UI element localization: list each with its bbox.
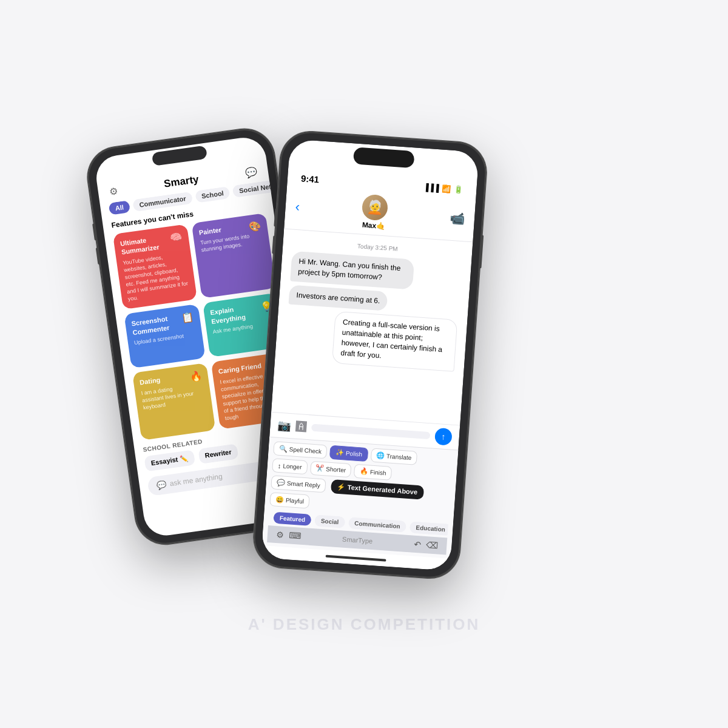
playful-button[interactable]: 😄 Playful (269, 492, 309, 508)
polish-label: Polish (346, 450, 363, 458)
spell-check-button[interactable]: 🔍 Spell Check (273, 441, 328, 459)
finish-label: Finish (370, 468, 386, 476)
chat-icon[interactable]: 💬 (244, 166, 258, 179)
bubble-draft[interactable]: Creating a full-scale version is unattai… (332, 311, 457, 371)
finish-icon: 🔥 (360, 467, 369, 476)
translate-icon: 🌐 (376, 451, 385, 460)
longer-button[interactable]: ↕ Longer (272, 458, 308, 474)
send-button[interactable]: ↑ (434, 428, 453, 446)
summarizer-icon: 🧠 (169, 231, 183, 244)
vol-down-button-right[interactable] (272, 235, 275, 254)
essayist-label: Essayist ✏️ (150, 454, 189, 467)
messages-area: Today 3:25 PM Hi Mr. Wang. Can you finis… (271, 229, 473, 425)
delete-icon[interactable]: ⌫ (426, 540, 439, 550)
gear-icon[interactable]: ⚙ (109, 185, 119, 198)
scene: ⚙ Smarty 💬 All Communicator School Socia… (91, 76, 637, 652)
shorter-button[interactable]: ✂️ Shorter (310, 461, 352, 478)
polish-icon: ✨ (335, 448, 345, 457)
longer-label: Longer (283, 462, 302, 470)
undo-icon[interactable]: ↶ (414, 539, 422, 550)
camera-icon[interactable]: 📷 (277, 419, 291, 433)
status-icons: ▐▐▐ 📶 🔋 (423, 183, 463, 194)
keyboard-left-icons: ⚙ ⌨ (275, 530, 301, 541)
smarty-toolbar: 🔍 Spell Check ✨ Polish 🌐 Translate (262, 437, 459, 559)
spell-label: Spell Check (289, 446, 322, 455)
signal-icon: ▐▐▐ (423, 183, 439, 192)
bubble-received-2: Investors are coming at 6. (288, 285, 388, 311)
cat-communication[interactable]: Communication (348, 517, 407, 533)
polish-button[interactable]: ✨ Polish (329, 445, 368, 462)
tooltip-pill: ⚡ Text Generated Above (331, 479, 424, 500)
tooltip-text: ⚡ Text Generated Above (337, 483, 417, 496)
back-button[interactable]: ‹ (295, 199, 300, 215)
spell-icon: 🔍 (278, 445, 288, 453)
vol-up-button-left[interactable] (92, 223, 97, 240)
smart-reply-label: Smart Reply (287, 480, 321, 489)
video-call-button[interactable]: 📹 (449, 211, 465, 226)
summarizer-desc: YouTube videos, websites, articles, scre… (123, 251, 190, 303)
contact-info[interactable]: 🧑‍🦳 Max🤙 (361, 194, 389, 231)
playful-label: Playful (286, 497, 305, 505)
feature-screenshot[interactable]: 📋 Screenshot Commenter Upload a screensh… (124, 304, 205, 368)
translate-button[interactable]: 🌐 Translate (370, 448, 417, 465)
app-title: Smarty (163, 174, 200, 190)
essayist-tool[interactable]: Essayist ✏️ (144, 450, 195, 471)
smart-reply-icon: 💬 (277, 479, 286, 487)
feature-painter[interactable]: 🎨 Painter Turn your words into stunning … (192, 213, 276, 298)
contact-name: Max🤙 (362, 221, 385, 231)
home-bar (326, 555, 386, 562)
shorter-label: Shorter (326, 465, 346, 473)
power-button-right[interactable] (479, 235, 484, 268)
vol-up-button-right[interactable] (274, 208, 277, 226)
rewriter-label: Rewriter (204, 448, 232, 459)
bubble-received-1: Hi Mr. Wang. Can you finish the project … (290, 251, 414, 290)
right-screen-content: 9:41 ▐▐▐ 📶 🔋 ‹ 🧑‍🦳 Max🤙 (261, 139, 479, 571)
phone-right: 9:41 ▐▐▐ 📶 🔋 ‹ 🧑‍🦳 Max🤙 (252, 130, 488, 580)
longer-icon: ↕ (277, 462, 281, 469)
contact-avatar: 🧑‍🦳 (362, 194, 389, 221)
feature-dating[interactable]: 🔥 Dating I am a dating assistant lives i… (132, 363, 215, 440)
ask-icon: 💬 (156, 480, 167, 490)
cat-featured[interactable]: Featured (273, 512, 311, 526)
watermark: A' DESIGN COMPETITION (248, 615, 480, 634)
keyboard-right-icons: ↶ ⌫ (414, 539, 439, 551)
finish-button[interactable]: 🔥 Finish (354, 464, 392, 480)
avatar-emoji: 🧑‍🦳 (366, 199, 384, 216)
smart-reply-button[interactable]: 💬 Smart Reply (271, 475, 326, 493)
cat-social[interactable]: Social (314, 514, 345, 528)
translate-label: Translate (386, 453, 412, 461)
shorter-icon: ✂️ (315, 464, 325, 473)
ask-placeholder: ask me anything (169, 472, 223, 488)
keyboard-center-label: SmarType (342, 536, 373, 545)
screenshot-icon: 📋 (181, 311, 194, 325)
apple-icon[interactable]: 🅰 (295, 420, 307, 433)
playful-icon: 😄 (275, 496, 285, 504)
feature-summarizer[interactable]: 🧠 Ultimate Summarizer YouTube videos, we… (113, 224, 197, 309)
keyboard-icon[interactable]: ⌨ (288, 530, 301, 541)
message-input[interactable] (311, 424, 430, 440)
tab-all[interactable]: All (109, 200, 131, 215)
battery-icon: 🔋 (454, 185, 463, 194)
rewriter-tool[interactable]: Rewriter (198, 443, 238, 464)
wifi-icon: 📶 (442, 184, 451, 193)
cat-education[interactable]: Education (410, 521, 448, 536)
vol-down-button-left[interactable] (96, 248, 101, 265)
screen-right: 9:41 ▐▐▐ 📶 🔋 ‹ 🧑‍🦳 Max🤙 (261, 139, 479, 571)
emoji-picker-icon[interactable]: ⚙ (275, 530, 284, 540)
status-time: 9:41 (300, 173, 319, 184)
